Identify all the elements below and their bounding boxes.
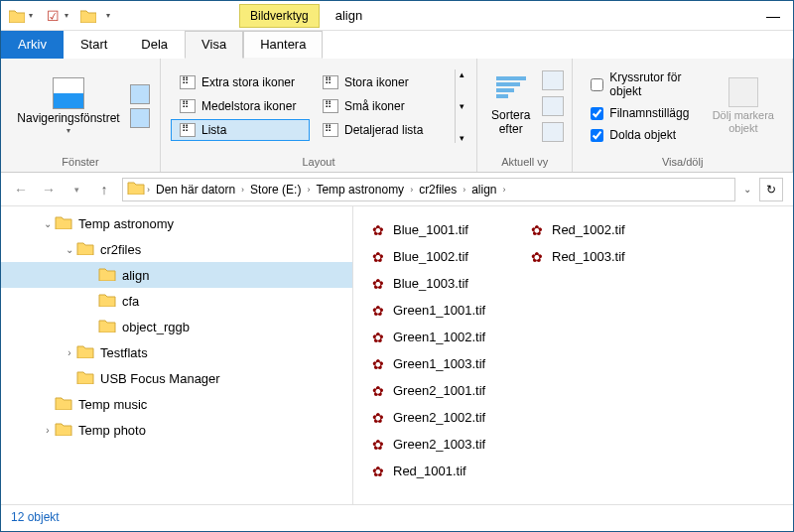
- check-file-extensions[interactable]: Filnamnstillägg: [591, 106, 692, 120]
- breadcrumb-segment[interactable]: Den här datorn: [152, 183, 239, 197]
- tree-toggle-icon[interactable]: ›: [41, 425, 55, 436]
- layout-option[interactable]: Detaljerad lista: [314, 119, 453, 141]
- layout-option[interactable]: Medelstora ikoner: [171, 95, 310, 117]
- preview-pane-icon[interactable]: [130, 84, 150, 104]
- file-item[interactable]: ✿Green2_1003.tif: [369, 431, 528, 458]
- tree-item[interactable]: ⌄Temp astronomy: [1, 210, 352, 236]
- layout-option[interactable]: Stora ikoner: [314, 71, 453, 93]
- up-button[interactable]: ↑: [94, 180, 114, 200]
- properties-icon[interactable]: ☑: [43, 6, 63, 26]
- tree-item[interactable]: Temp music: [1, 391, 352, 417]
- back-button[interactable]: ←: [11, 180, 31, 200]
- tab-hantera[interactable]: Hantera: [243, 31, 323, 59]
- refresh-button[interactable]: ↻: [759, 178, 783, 201]
- tab-visa[interactable]: Visa: [185, 31, 243, 59]
- ribbon-tabs: Arkiv Start Dela Visa Hantera: [1, 31, 793, 59]
- tree-item[interactable]: USB Focus Manager: [1, 365, 352, 391]
- tab-dela[interactable]: Dela: [124, 31, 185, 59]
- layout-label: Detaljerad lista: [344, 123, 423, 137]
- folder-name: cr2files: [100, 242, 141, 257]
- ribbon: Navigeringsfönstret ▾ Fönster Extra stor…: [1, 59, 793, 173]
- file-list[interactable]: ✿Blue_1001.tif✿Blue_1002.tif✿Blue_1003.t…: [353, 206, 793, 504]
- minimize-button[interactable]: —: [753, 1, 793, 31]
- tree-item[interactable]: align: [1, 262, 352, 288]
- layout-icon: [180, 123, 196, 137]
- image-file-icon: ✿: [369, 383, 387, 399]
- file-item[interactable]: ✿Blue_1003.tif: [369, 270, 528, 297]
- folder-name: cfa: [122, 294, 139, 309]
- image-file-icon: ✿: [369, 330, 387, 345]
- file-item[interactable]: ✿Red_1002.tif: [528, 216, 687, 243]
- folder-tree[interactable]: ⌄Temp astronomy⌄cr2filesaligncfaobject_r…: [1, 206, 353, 504]
- tree-item[interactable]: object_rggb: [1, 314, 352, 339]
- quick-access-toolbar: ▾ ☑ ▾ ▾: [1, 6, 110, 26]
- column-options: [542, 70, 564, 142]
- file-item[interactable]: ✿Green1_1003.tif: [369, 350, 528, 377]
- chevron-right-icon[interactable]: ›: [241, 185, 244, 195]
- chevron-down-icon[interactable]: ▾: [65, 11, 68, 20]
- check-hidden-items[interactable]: Dolda objekt: [591, 128, 692, 142]
- layout-icon: [180, 75, 196, 89]
- chevron-right-icon[interactable]: ›: [463, 185, 465, 195]
- folder-icon: [55, 215, 72, 232]
- history-dropdown[interactable]: ▾: [66, 180, 86, 200]
- breadcrumb-segment[interactable]: align: [467, 183, 500, 197]
- ribbon-context-tab[interactable]: Bildverktyg: [239, 4, 320, 28]
- tree-toggle-icon[interactable]: ⌄: [63, 244, 76, 255]
- file-item[interactable]: ✿Blue_1002.tif: [369, 243, 528, 270]
- tree-item[interactable]: ›Temp photo: [1, 417, 352, 443]
- image-file-icon: ✿: [369, 356, 387, 372]
- file-item[interactable]: ✿Green2_1002.tif: [369, 404, 528, 431]
- tree-toggle-icon[interactable]: ⌄: [41, 218, 55, 229]
- layout-gallery: Extra stora ikonerStora ikonerMedelstora…: [169, 69, 455, 143]
- group-by-icon[interactable]: [542, 70, 564, 90]
- navigation-pane-button[interactable]: Navigeringsfönstret ▾: [9, 73, 128, 138]
- tree-item[interactable]: ⌄cr2files: [1, 236, 352, 262]
- chevron-down-icon[interactable]: ▾: [29, 11, 33, 20]
- layout-label: Lista: [201, 123, 226, 137]
- chevron-down-icon[interactable]: ▾: [106, 11, 110, 20]
- check-item-boxes[interactable]: Kryssrutor för objekt: [591, 70, 692, 98]
- file-name: Green2_1003.tif: [393, 437, 485, 452]
- file-item[interactable]: ✿Red_1003.tif: [528, 243, 687, 270]
- size-columns-icon[interactable]: [542, 122, 564, 142]
- chevron-right-icon[interactable]: ›: [147, 185, 150, 195]
- folder-icon[interactable]: [78, 6, 98, 26]
- tree-toggle-icon[interactable]: ›: [63, 347, 76, 358]
- chevron-right-icon[interactable]: ›: [410, 185, 413, 195]
- folder-icon: [76, 370, 94, 387]
- ribbon-group-label: Aktuell vy: [477, 154, 572, 172]
- forward-button[interactable]: →: [39, 180, 59, 200]
- chevron-right-icon[interactable]: ›: [503, 185, 506, 195]
- chevron-right-icon[interactable]: ›: [307, 185, 310, 195]
- tab-start[interactable]: Start: [64, 31, 124, 59]
- layout-option[interactable]: Lista: [171, 119, 310, 141]
- tree-item[interactable]: ›Testflats: [1, 339, 352, 365]
- hide-selected-button[interactable]: Dölj markera objekt: [703, 73, 784, 139]
- breadcrumb-segment[interactable]: Store (E:): [246, 183, 305, 197]
- title-bar: ▾ ☑ ▾ ▾ Bildverktyg align —: [1, 1, 793, 31]
- file-item[interactable]: ✿Blue_1001.tif: [369, 216, 528, 243]
- breadcrumb[interactable]: › Den här datorn›Store (E:)›Temp astrono…: [122, 178, 735, 201]
- layout-option[interactable]: Extra stora ikoner: [171, 71, 310, 93]
- file-item[interactable]: ✿Green1_1001.tif: [369, 297, 528, 324]
- folder-icon: [76, 241, 94, 258]
- breadcrumb-segment[interactable]: cr2files: [415, 183, 461, 197]
- layout-option[interactable]: Små ikoner: [314, 95, 453, 117]
- chevron-down-icon[interactable]: ⌄: [743, 184, 751, 195]
- folder-name: Temp music: [78, 397, 147, 412]
- ribbon-group-layout: Extra stora ikonerStora ikonerMedelstora…: [161, 59, 477, 172]
- file-item[interactable]: ✿Red_1001.tif: [369, 458, 528, 484]
- file-item[interactable]: ✿Green2_1001.tif: [369, 377, 528, 404]
- gallery-scrollbar[interactable]: ▴▾▾: [455, 69, 468, 143]
- tree-item[interactable]: cfa: [1, 288, 352, 314]
- navigation-pane-label: Navigeringsfönstret: [17, 111, 119, 125]
- details-pane-icon[interactable]: [130, 108, 150, 128]
- add-columns-icon[interactable]: [542, 96, 564, 116]
- breadcrumb-segment[interactable]: Temp astronomy: [312, 183, 408, 197]
- file-item[interactable]: ✿Green1_1002.tif: [369, 324, 528, 350]
- pane-options: [128, 82, 152, 130]
- folder-name: USB Focus Manager: [100, 371, 220, 386]
- sort-by-button[interactable]: Sortera efter: [485, 72, 536, 140]
- tab-arkiv[interactable]: Arkiv: [1, 31, 64, 59]
